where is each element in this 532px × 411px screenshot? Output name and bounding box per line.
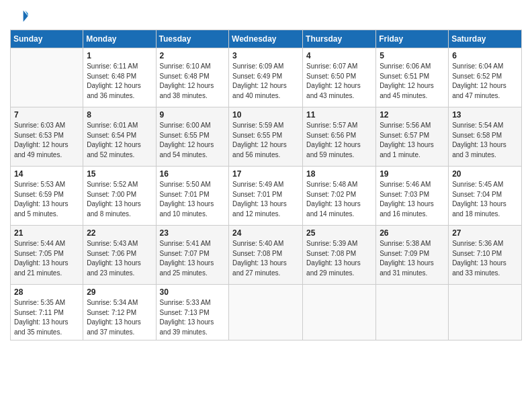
logo xyxy=(10,7,32,26)
day-number: 2 xyxy=(160,51,226,60)
calendar-cell xyxy=(449,285,522,340)
calendar-cell: 26Sunrise: 5:38 AM Sunset: 7:09 PM Dayli… xyxy=(376,226,449,285)
calendar-cell: 12Sunrise: 5:56 AM Sunset: 6:57 PM Dayli… xyxy=(376,107,449,167)
day-number: 3 xyxy=(232,51,299,60)
calendar-cell: 6Sunrise: 6:04 AM Sunset: 6:52 PM Daylig… xyxy=(449,48,522,107)
calendar-cell: 8Sunrise: 6:01 AM Sunset: 6:54 PM Daylig… xyxy=(83,107,156,167)
calendar-cell xyxy=(229,285,303,340)
weekday-header-saturday: Saturday xyxy=(449,30,522,48)
day-number: 15 xyxy=(87,169,152,179)
day-number: 4 xyxy=(306,51,372,60)
day-number: 20 xyxy=(452,169,518,179)
day-number: 16 xyxy=(160,169,226,179)
calendar-cell: 1Sunrise: 6:11 AM Sunset: 6:48 PM Daylig… xyxy=(83,48,156,107)
calendar-cell xyxy=(303,285,376,340)
calendar-table: SundayMondayTuesdayWednesdayThursdayFrid… xyxy=(10,30,522,340)
calendar-cell: 29Sunrise: 5:34 AM Sunset: 7:12 PM Dayli… xyxy=(83,285,156,340)
calendar-cell: 4Sunrise: 6:07 AM Sunset: 6:50 PM Daylig… xyxy=(303,48,376,107)
day-number: 28 xyxy=(14,287,79,297)
calendar-week-row: 28Sunrise: 5:35 AM Sunset: 7:11 PM Dayli… xyxy=(11,285,522,340)
weekday-header-sunday: Sunday xyxy=(11,30,83,48)
calendar-cell: 9Sunrise: 6:00 AM Sunset: 6:55 PM Daylig… xyxy=(156,107,229,167)
calendar-cell: 20Sunrise: 5:45 AM Sunset: 7:04 PM Dayli… xyxy=(449,167,522,226)
calendar-cell: 21Sunrise: 5:44 AM Sunset: 7:05 PM Dayli… xyxy=(11,226,83,285)
day-number: 5 xyxy=(380,51,445,60)
day-info: Sunrise: 5:48 AM Sunset: 7:02 PM Dayligh… xyxy=(306,180,372,219)
calendar-week-row: 7Sunrise: 6:03 AM Sunset: 6:53 PM Daylig… xyxy=(11,107,522,167)
calendar-cell: 10Sunrise: 5:59 AM Sunset: 6:55 PM Dayli… xyxy=(229,107,303,167)
day-info: Sunrise: 5:49 AM Sunset: 7:01 PM Dayligh… xyxy=(232,180,299,219)
day-info: Sunrise: 5:35 AM Sunset: 7:11 PM Dayligh… xyxy=(14,298,79,337)
calendar-cell: 16Sunrise: 5:50 AM Sunset: 7:01 PM Dayli… xyxy=(156,167,229,226)
day-number: 17 xyxy=(232,169,299,179)
day-info: Sunrise: 5:56 AM Sunset: 6:57 PM Dayligh… xyxy=(380,121,445,160)
calendar-cell: 19Sunrise: 5:46 AM Sunset: 7:03 PM Dayli… xyxy=(376,167,449,226)
calendar-week-row: 21Sunrise: 5:44 AM Sunset: 7:05 PM Dayli… xyxy=(11,226,522,285)
day-info: Sunrise: 6:01 AM Sunset: 6:54 PM Dayligh… xyxy=(87,121,152,160)
calendar-cell: 2Sunrise: 6:10 AM Sunset: 6:48 PM Daylig… xyxy=(156,48,229,107)
day-info: Sunrise: 5:59 AM Sunset: 6:55 PM Dayligh… xyxy=(232,121,299,160)
day-number: 13 xyxy=(452,110,518,120)
day-info: Sunrise: 5:46 AM Sunset: 7:03 PM Dayligh… xyxy=(380,180,445,219)
day-number: 1 xyxy=(87,51,152,60)
day-number: 8 xyxy=(87,110,152,120)
day-number: 22 xyxy=(87,228,152,238)
day-number: 23 xyxy=(160,228,226,238)
day-number: 21 xyxy=(14,228,79,238)
day-info: Sunrise: 5:54 AM Sunset: 6:58 PM Dayligh… xyxy=(452,121,518,160)
weekday-header-tuesday: Tuesday xyxy=(156,30,229,48)
day-number: 9 xyxy=(160,110,226,120)
day-info: Sunrise: 5:44 AM Sunset: 7:05 PM Dayligh… xyxy=(14,239,79,278)
logo-icon xyxy=(10,7,29,26)
calendar-cell: 25Sunrise: 5:39 AM Sunset: 7:08 PM Dayli… xyxy=(303,226,376,285)
day-info: Sunrise: 6:09 AM Sunset: 6:49 PM Dayligh… xyxy=(232,62,299,101)
calendar-cell: 24Sunrise: 5:40 AM Sunset: 7:08 PM Dayli… xyxy=(229,226,303,285)
weekday-header-thursday: Thursday xyxy=(303,30,376,48)
day-number: 11 xyxy=(306,110,372,120)
day-number: 14 xyxy=(14,169,79,179)
calendar-cell: 23Sunrise: 5:41 AM Sunset: 7:07 PM Dayli… xyxy=(156,226,229,285)
day-info: Sunrise: 5:34 AM Sunset: 7:12 PM Dayligh… xyxy=(87,298,152,337)
day-info: Sunrise: 6:00 AM Sunset: 6:55 PM Dayligh… xyxy=(160,121,226,160)
day-info: Sunrise: 6:11 AM Sunset: 6:48 PM Dayligh… xyxy=(87,62,152,101)
weekday-header-wednesday: Wednesday xyxy=(229,30,303,48)
calendar-cell xyxy=(376,285,449,340)
day-info: Sunrise: 6:03 AM Sunset: 6:53 PM Dayligh… xyxy=(14,121,79,160)
calendar-cell xyxy=(11,48,83,107)
calendar-cell: 11Sunrise: 5:57 AM Sunset: 6:56 PM Dayli… xyxy=(303,107,376,167)
day-number: 18 xyxy=(306,169,372,179)
day-number: 26 xyxy=(380,228,445,238)
calendar-cell: 22Sunrise: 5:43 AM Sunset: 7:06 PM Dayli… xyxy=(83,226,156,285)
calendar-cell: 15Sunrise: 5:52 AM Sunset: 7:00 PM Dayli… xyxy=(83,167,156,226)
calendar-cell: 3Sunrise: 6:09 AM Sunset: 6:49 PM Daylig… xyxy=(229,48,303,107)
day-number: 29 xyxy=(87,287,152,297)
calendar-week-row: 1Sunrise: 6:11 AM Sunset: 6:48 PM Daylig… xyxy=(11,48,522,107)
day-number: 24 xyxy=(232,228,299,238)
day-info: Sunrise: 5:33 AM Sunset: 7:13 PM Dayligh… xyxy=(160,298,226,337)
calendar-week-row: 14Sunrise: 5:53 AM Sunset: 6:59 PM Dayli… xyxy=(11,167,522,226)
calendar-cell: 27Sunrise: 5:36 AM Sunset: 7:10 PM Dayli… xyxy=(449,226,522,285)
day-info: Sunrise: 6:07 AM Sunset: 6:50 PM Dayligh… xyxy=(306,62,372,101)
day-info: Sunrise: 5:39 AM Sunset: 7:08 PM Dayligh… xyxy=(306,239,372,278)
day-info: Sunrise: 5:40 AM Sunset: 7:08 PM Dayligh… xyxy=(232,239,299,278)
page-header xyxy=(10,7,522,26)
day-info: Sunrise: 6:04 AM Sunset: 6:52 PM Dayligh… xyxy=(452,62,518,101)
day-number: 7 xyxy=(14,110,79,120)
day-number: 27 xyxy=(452,228,518,238)
calendar-cell: 13Sunrise: 5:54 AM Sunset: 6:58 PM Dayli… xyxy=(449,107,522,167)
day-info: Sunrise: 5:45 AM Sunset: 7:04 PM Dayligh… xyxy=(452,180,518,219)
calendar-cell: 28Sunrise: 5:35 AM Sunset: 7:11 PM Dayli… xyxy=(11,285,83,340)
day-info: Sunrise: 5:50 AM Sunset: 7:01 PM Dayligh… xyxy=(160,180,226,219)
day-info: Sunrise: 5:53 AM Sunset: 6:59 PM Dayligh… xyxy=(14,180,79,219)
calendar-cell: 14Sunrise: 5:53 AM Sunset: 6:59 PM Dayli… xyxy=(11,167,83,226)
day-info: Sunrise: 5:52 AM Sunset: 7:00 PM Dayligh… xyxy=(87,180,152,219)
calendar-header-row: SundayMondayTuesdayWednesdayThursdayFrid… xyxy=(11,30,522,48)
day-number: 30 xyxy=(160,287,226,297)
calendar-cell: 5Sunrise: 6:06 AM Sunset: 6:51 PM Daylig… xyxy=(376,48,449,107)
weekday-header-monday: Monday xyxy=(83,30,156,48)
day-number: 6 xyxy=(452,51,518,60)
day-info: Sunrise: 5:36 AM Sunset: 7:10 PM Dayligh… xyxy=(452,239,518,278)
calendar-cell: 18Sunrise: 5:48 AM Sunset: 7:02 PM Dayli… xyxy=(303,167,376,226)
calendar-cell: 17Sunrise: 5:49 AM Sunset: 7:01 PM Dayli… xyxy=(229,167,303,226)
day-number: 19 xyxy=(380,169,445,179)
